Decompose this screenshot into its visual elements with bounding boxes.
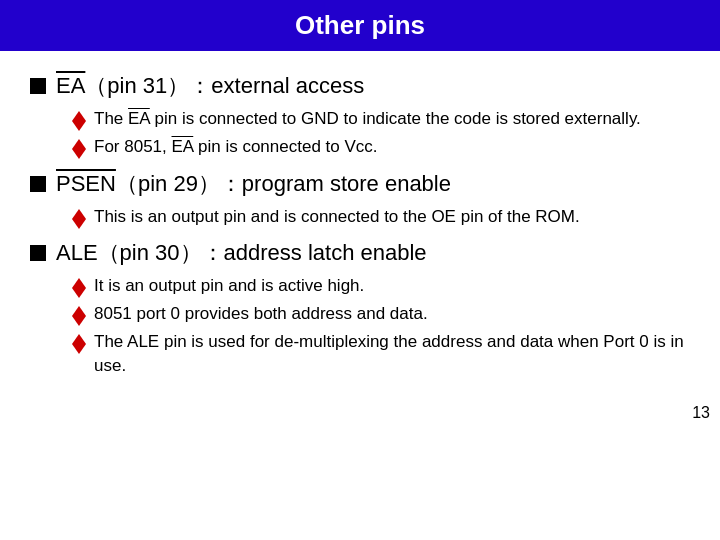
ea-title-text: EA（pin 31）：external access — [56, 71, 364, 101]
diamond-icon-2 — [72, 139, 86, 149]
bullet-ea — [30, 78, 46, 94]
ale-subitem-2: 8051 port 0 provides both address and da… — [72, 302, 690, 326]
psen-subitem-1: This is an output pin and is connected t… — [72, 205, 690, 229]
diamond-icon-1 — [72, 111, 86, 121]
ale-subitem-1-text: It is an output pin and is active high. — [94, 274, 690, 298]
ea-subitem-1: The EA pin is connected to GND to indica… — [72, 107, 690, 131]
ale-subitem-3-text: The ALE pin is used for de-multiplexing … — [94, 330, 690, 378]
section-ea: EA（pin 31）：external access The EA pin is… — [30, 71, 690, 159]
diamond-icon-6 — [72, 334, 86, 344]
section-ale: ALE（pin 30）：address latch enable It is a… — [30, 238, 690, 377]
bullet-ale — [30, 245, 46, 261]
ale-subitem-2-text: 8051 port 0 provides both address and da… — [94, 302, 690, 326]
ea-subitem-2: For 8051, EA pin is connected to Vcc. — [72, 135, 690, 159]
psen-subitem-1-text: This is an output pin and is connected t… — [94, 205, 690, 229]
diamond-icon-5 — [72, 306, 86, 316]
section-ea-title: EA（pin 31）：external access — [30, 71, 690, 101]
ea-overline: EA — [56, 73, 85, 98]
ale-subitem-1: It is an output pin and is active high. — [72, 274, 690, 298]
section-ale-title: ALE（pin 30）：address latch enable — [30, 238, 690, 268]
psen-title-text: PSEN（pin 29）：program store enable — [56, 169, 451, 199]
header: Other pins — [0, 0, 720, 51]
section-psen: PSEN（pin 29）：program store enable This i… — [30, 169, 690, 229]
ale-title-text: ALE（pin 30）：address latch enable — [56, 238, 427, 268]
section-psen-title: PSEN（pin 29）：program store enable — [30, 169, 690, 199]
diamond-icon-3 — [72, 209, 86, 219]
bullet-psen — [30, 176, 46, 192]
ea-subitem-2-text: For 8051, EA pin is connected to Vcc. — [94, 135, 690, 159]
psen-overline: PSEN — [56, 171, 116, 196]
diamond-icon-4 — [72, 278, 86, 288]
main-content: EA（pin 31）：external access The EA pin is… — [0, 51, 720, 398]
page-number: 13 — [0, 404, 720, 422]
header-title: Other pins — [295, 10, 425, 40]
ea-subitem-1-text: The EA pin is connected to GND to indica… — [94, 107, 690, 131]
ale-subitem-3: The ALE pin is used for de-multiplexing … — [72, 330, 690, 378]
